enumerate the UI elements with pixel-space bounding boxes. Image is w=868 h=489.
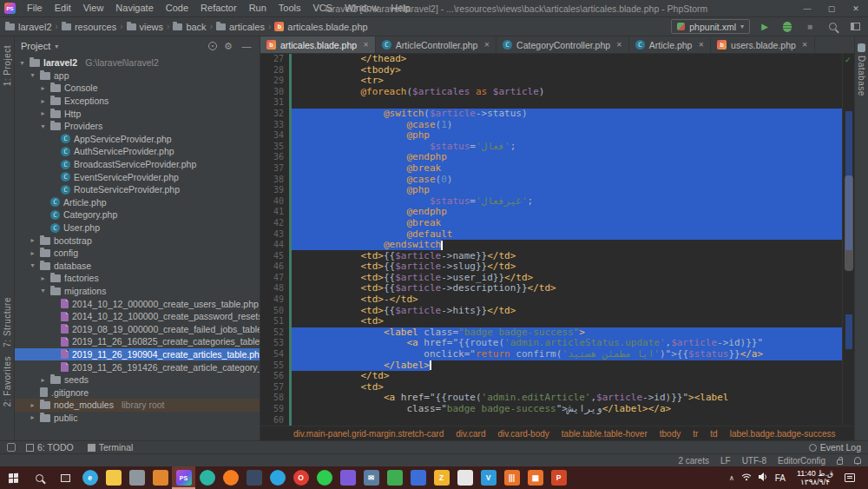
tab-close-icon[interactable]: ✕ [483,41,490,49]
breadcrumb-item[interactable]: back [173,22,206,32]
tree-item[interactable]: 2014_10_12_000000_create_users_table.php [15,297,260,310]
minimize-button[interactable]: — [795,0,819,17]
tree-item[interactable]: CEventServiceProvider.php [15,170,260,183]
taskbar-app-photos[interactable] [148,466,172,489]
breadcrumb-element[interactable]: div.main-panel.grid-margin.stretch-card [293,429,444,439]
settings-gear-icon[interactable]: ⚙ [221,41,235,52]
taskbar-app-calculator[interactable] [125,466,148,489]
menu-navigate[interactable]: Navigate [109,0,159,17]
tab-ArticleController.php[interactable]: CArticleController.php✕ [376,36,496,53]
tool-stripe-project[interactable]: 1: Project [3,45,12,86]
tree-item[interactable]: ▸config [15,247,260,260]
code-line[interactable]: 48 <td>{{$article->description}}</td> [260,283,842,294]
action-center-icon[interactable] [845,473,855,482]
taskbar-app-whatsapp[interactable] [312,466,336,489]
tree-item[interactable]: CCategory.php [15,208,260,221]
breadcrumb-element[interactable]: div.card-body [498,429,549,439]
tree-expand-icon[interactable]: ▸ [39,84,47,92]
tool-stripe-favorites[interactable]: 2: Favorites [3,356,12,406]
tree-collapse-icon[interactable]: ▾ [39,122,47,130]
tree-collapse-icon[interactable]: ▾ [18,59,26,67]
breadcrumb-item[interactable]: resources [62,22,116,32]
search-everywhere-button[interactable] [825,19,840,35]
code-line[interactable]: 28 <tbody> [260,65,842,76]
debug-button[interactable] [779,19,795,35]
tree-item[interactable]: ▸Http [15,107,260,120]
readonly-lock-icon[interactable] [837,459,843,465]
tab-close-icon[interactable]: ✕ [616,41,622,49]
menu-vcs[interactable]: VCS [307,0,339,17]
breadcrumb-item[interactable]: laravel2 [5,22,52,32]
menu-code[interactable]: Code [160,0,194,17]
code-line[interactable]: 46 <td>{{$article->slug}}</td> [260,261,842,273]
code-line[interactable]: 30 @foreach($articales as $article) [260,87,842,98]
menu-file[interactable]: File [21,0,49,17]
tree-expand-icon[interactable]: ▸ [29,249,36,257]
tree-collapse-icon[interactable]: ▾ [39,287,47,294]
tree-item[interactable]: ▸bootstrap [15,234,260,247]
code-line[interactable]: 38 @case(0) [260,175,842,186]
tool-window-todo[interactable]: 6: TODO [26,442,74,453]
tree-item[interactable]: 2019_11_26_160825_create_categories_tabl… [15,335,260,348]
code-line[interactable]: 32 @switch($article->status) [260,109,842,120]
code-line[interactable]: 44 @endswitch [260,240,842,251]
code-line[interactable]: 33 @case(1) [260,120,842,131]
volume-icon[interactable] [759,472,768,483]
tree-item[interactable]: ▸Console [15,82,260,95]
tree-item[interactable]: CArticle.php [15,196,260,209]
tree-item[interactable]: CAuthServiceProvider.php [15,145,260,158]
code-line[interactable]: 56 </td> [260,371,842,382]
code-line[interactable]: 42 @break [260,218,842,229]
taskbar-app-app-white[interactable] [453,466,477,489]
tree-item[interactable]: .gitignore [15,386,260,399]
code-line[interactable]: 37 @break [260,163,842,175]
tool-window-switcher-icon[interactable] [7,443,16,452]
restore-layout-button[interactable] [847,19,863,35]
tab-close-icon[interactable]: ✕ [363,41,369,49]
run-configuration-select[interactable]: phpunit.xml ▾ [671,19,750,34]
breadcrumb-element[interactable]: tbody [660,429,681,439]
taskbar-app-opera[interactable]: O [289,466,312,489]
taskbar-app-app-teal[interactable] [195,466,219,489]
code-line[interactable]: 54 onclick="return confirm('آیا مطمئن هس… [260,349,842,360]
tree-item[interactable]: ▾database [15,260,260,273]
breadcrumb-element[interactable]: tr [693,429,698,439]
tree-item[interactable]: ▸node_moduleslibrary root [15,399,260,412]
tool-window-event-log[interactable]: Event Log [809,442,861,453]
scrollbar-thumb[interactable] [845,175,853,271]
menu-run[interactable]: Run [243,0,273,17]
code-line[interactable]: 58 <a href="{{route('admin.editArticle',… [260,393,842,404]
taskbar-app-app-green[interactable] [383,466,406,489]
tool-window-terminal[interactable]: Terminal [88,442,134,453]
taskbar-app-file-explorer[interactable] [102,466,125,489]
tab-close-icon[interactable]: ✕ [698,41,704,49]
tree-expand-icon[interactable]: ▸ [39,376,47,384]
breadcrumb-item[interactable]: views [127,22,164,32]
taskbar-app-mail[interactable]: ✉ [359,466,383,489]
start-button[interactable] [0,466,26,489]
language-indicator[interactable]: FA [775,473,786,483]
tree-collapse-icon[interactable]: ▾ [29,71,36,79]
code-line[interactable]: 59 class="badge badge-success">ویرایش</l… [260,404,842,415]
tree-item[interactable]: ▸seeds [15,373,260,387]
code-line[interactable]: 43 @default [260,229,842,241]
hidden-icons-button[interactable]: ∧ [729,474,734,482]
taskbar-search-button[interactable] [26,466,52,489]
taskbar-app-firefox[interactable] [219,466,242,489]
tree-item[interactable]: ▸Exceptions [15,95,260,108]
tree-expand-icon[interactable]: ▸ [39,274,47,282]
chevron-down-icon[interactable]: ▾ [55,43,58,50]
code-line[interactable]: 55 </label> [260,360,842,372]
task-view-button[interactable] [52,466,78,489]
stop-button[interactable]: ■ [802,19,818,35]
taskbar-app-app-navy[interactable] [242,466,266,489]
clock[interactable]: 11:40 ق.ظ ۱۳۹۸/۹/۴ [792,469,838,486]
menu-tools[interactable]: Tools [273,0,307,17]
tree-item[interactable]: CUser.php [15,221,260,235]
tree-item[interactable]: 2019_11_26_191426_create_article_categor… [15,360,260,373]
code-line[interactable]: 49 <td>-</td> [260,294,842,306]
code-line[interactable]: 51 <td> [260,316,842,327]
tab-articales.blade.php[interactable]: barticales.blade.php✕ [260,36,376,53]
code-line[interactable]: 52 <label class="badge badge-success"> [260,327,842,339]
breadcrumb-element[interactable]: label.badge.badge-success [730,429,836,439]
